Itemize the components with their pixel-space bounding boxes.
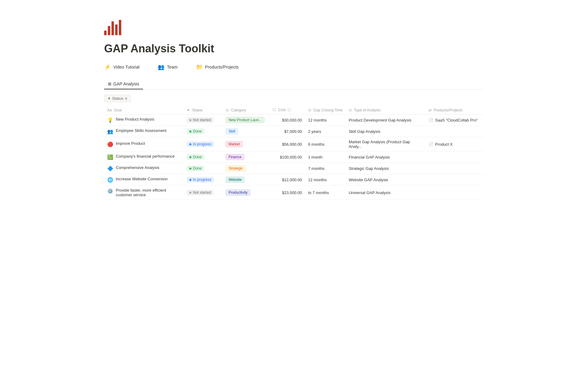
goal-icon: 💡 <box>107 117 113 123</box>
type-col-icon: ⊙ <box>349 108 352 112</box>
category-cell: Finance <box>223 152 269 163</box>
products-projects-cell: 📄SaaS "CloudCollab Pro" <box>425 114 484 126</box>
goal-text: Company's financial performance <box>116 154 175 159</box>
filter-label: Status <box>112 96 123 101</box>
nav-label-products-projects: Products/Projects <box>205 65 239 69</box>
svg-rect-2 <box>111 21 114 35</box>
cost-cell: $23,000.00 <box>270 185 305 200</box>
status-badge: In progress <box>187 177 214 182</box>
nav-links: ⚡ Video Tutorial 👥 Team 📁 Products/Proje… <box>104 64 484 70</box>
table-row[interactable]: 🔴Improve ProductIn progressMarket$56,000… <box>104 137 484 152</box>
type-analysis-cell: Market Gap Analysis (Product Gap Analy..… <box>346 137 425 152</box>
goal-text: Improve Product <box>116 141 145 146</box>
status-dot <box>189 143 191 145</box>
products-projects-cell: 📄Product X <box>425 137 484 152</box>
product-cell: 📄Product X <box>428 142 481 147</box>
filter-settings-icon: ✦ <box>107 96 111 101</box>
type-analysis-cell: Financial GAP Analysis <box>346 152 425 163</box>
type-analysis-cell: Skill Gap Analysis <box>346 126 425 137</box>
goal-cell: 💡New Product Analysis <box>104 114 184 126</box>
table-wrapper: Aa Goal ✦ Status ⊙ Category ☐ Cost ⓘ <box>104 106 484 200</box>
status-dot <box>189 192 191 194</box>
table-row[interactable]: ⚙️Provide faster, more efficient custome… <box>104 185 484 200</box>
gap-analysis-table: Aa Goal ✦ Status ⊙ Category ☐ Cost ⓘ <box>104 106 484 200</box>
status-cell: Done <box>184 126 223 137</box>
nav-link-video-tutorial[interactable]: ⚡ Video Tutorial <box>104 64 139 70</box>
tab-label-gap-analysis: GAP Analysis <box>113 81 139 86</box>
col-header-category: ⊙ Category <box>223 106 269 114</box>
goal-cell: 👥Employee Skills Assessment <box>104 126 184 137</box>
goal-icon: 👥 <box>107 129 113 134</box>
svg-rect-4 <box>119 20 121 35</box>
svg-rect-1 <box>108 26 110 35</box>
goal-icon: 🔴 <box>107 141 113 147</box>
nav-link-team[interactable]: 👥 Team <box>158 64 177 70</box>
status-badge: Not started <box>187 117 213 123</box>
products-col-icon: ⇄ <box>428 108 432 112</box>
product-name: Product X <box>435 142 453 147</box>
gap-closing-cell: 7 months <box>305 163 346 174</box>
goal-icon: 🌐 <box>107 177 113 183</box>
status-dot <box>189 156 191 158</box>
gap-closing-cell: 12 months <box>305 174 346 185</box>
products-projects-cell <box>425 152 484 163</box>
aa-icon: Aa <box>107 108 112 112</box>
team-icon: 👥 <box>158 64 164 70</box>
gap-closing-cell: 1 month <box>305 152 346 163</box>
goal-cell: 🔷Comprehensive Analysis <box>104 163 184 174</box>
type-analysis-cell: Website GAP Analysis <box>346 174 425 185</box>
table-row[interactable]: 💡New Product AnalysisNot startedNew Prod… <box>104 114 484 126</box>
goal-cell: 🔴Improve Product <box>104 137 184 152</box>
col-header-cost: ☐ Cost ⓘ <box>270 106 305 114</box>
col-header-gap-closing: ⊙ Gap Closing Time <box>305 106 346 114</box>
table-row[interactable]: 💹Company's financial performanceDoneFina… <box>104 152 484 163</box>
gap-closing-cell: 2 years <box>305 126 346 137</box>
svg-rect-3 <box>115 24 118 35</box>
status-cell: Done <box>184 152 223 163</box>
goal-text: Provide faster, more efficient customer … <box>116 188 181 197</box>
goal-text: New Product Analysis <box>116 117 154 122</box>
category-badge: Website <box>226 177 244 183</box>
product-cell: 📄SaaS "CloudCollab Pro" <box>428 118 481 122</box>
category-badge: New Product Laun... <box>226 117 265 123</box>
products-projects-cell <box>425 185 484 200</box>
product-name: SaaS "CloudCollab Pro" <box>435 118 478 122</box>
category-badge: Market <box>226 141 243 147</box>
goal-icon: 💹 <box>107 154 113 160</box>
table-row[interactable]: 🌐Increase Website ConversionIn progressW… <box>104 174 484 185</box>
category-cell: Strategic <box>223 163 269 174</box>
nav-label-team: Team <box>167 65 177 69</box>
category-badge: Productivity <box>226 189 250 196</box>
status-cell: In progress <box>184 174 223 185</box>
page-container: GAP Analysis Toolkit ⚡ Video Tutorial 👥 … <box>80 0 508 224</box>
gap-closing-cell: 6 months <box>305 137 346 152</box>
status-badge: Done <box>187 129 204 134</box>
status-dot <box>189 167 191 170</box>
logo <box>104 18 484 42</box>
tabs: ⊞ GAP Analysis <box>104 79 484 90</box>
cost-cell: $56,000.00 <box>270 137 305 152</box>
status-filter-button[interactable]: ✦ Status ∨ <box>104 95 131 102</box>
tab-gap-analysis[interactable]: ⊞ GAP Analysis <box>104 79 143 89</box>
folder-icon: 📁 <box>196 64 203 70</box>
table-row[interactable]: 👥Employee Skills AssessmentDoneSkill$7,0… <box>104 126 484 137</box>
cost-col-icon: ☐ <box>273 108 276 112</box>
status-badge: Done <box>187 166 204 171</box>
col-header-status: ✦ Status <box>184 106 223 114</box>
status-badge: Done <box>187 154 204 160</box>
category-badge: Skill <box>226 128 238 134</box>
status-cell: In progress <box>184 137 223 152</box>
category-cell: Skill <box>223 126 269 137</box>
table-header-row: Aa Goal ✦ Status ⊙ Category ☐ Cost ⓘ <box>104 106 484 114</box>
table-row[interactable]: 🔷Comprehensive AnalysisDoneStrategic7 mo… <box>104 163 484 174</box>
lightning-icon: ⚡ <box>104 64 111 70</box>
nav-link-products-projects[interactable]: 📁 Products/Projects <box>196 64 239 70</box>
category-badge: Strategic <box>226 165 246 171</box>
category-cell: Productivity <box>223 185 269 200</box>
type-analysis-cell: Strategic Gap Analysis <box>346 163 425 174</box>
goal-text: Increase Website Conversion <box>116 177 168 181</box>
products-projects-cell <box>425 174 484 185</box>
type-analysis-cell: Product Development Gap Analysis <box>346 114 425 126</box>
gap-closing-cell: 12 months <box>305 114 346 126</box>
cost-cell: $100,000.00 <box>270 152 305 163</box>
